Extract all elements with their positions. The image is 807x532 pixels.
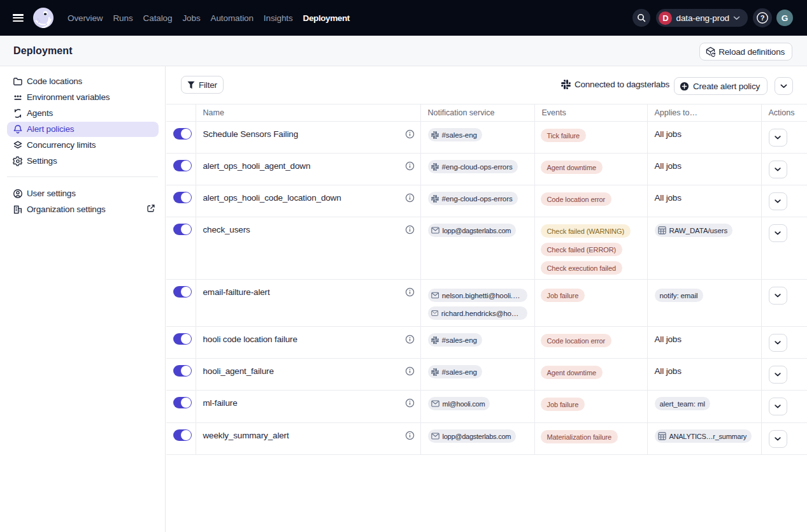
svg-text:?: ? (761, 14, 765, 22)
